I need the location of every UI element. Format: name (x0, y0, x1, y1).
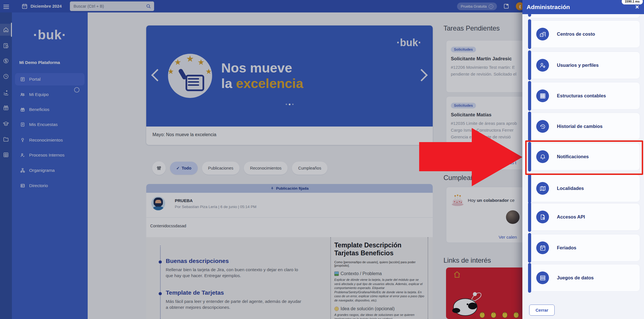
tasks-heading: Tareas Pendientes (443, 24, 500, 32)
drawer-title: Administración (527, 4, 570, 10)
search-input[interactable] (73, 4, 146, 9)
filter-chip-reconocimientos[interactable]: Reconocimientos (244, 162, 288, 175)
avatar (151, 196, 165, 210)
survey-icon (20, 122, 25, 127)
bookmark-panel-icon[interactable] (503, 3, 509, 9)
admin-item-accesos-api[interactable]: Accesos API (528, 203, 640, 231)
drawer-close-button[interactable]: Cerrar (529, 305, 555, 316)
sidebar-item-directorio[interactable]: Directorio (15, 179, 85, 192)
sidebar-item-portal[interactable]: Portal (15, 73, 85, 85)
cake-icon (450, 192, 465, 207)
pinned-banner: Publicación fijada (146, 184, 433, 193)
graduation-cap-icon[interactable] (3, 121, 9, 127)
buk-logo: ·buk· (12, 27, 88, 42)
calendar-icon (21, 3, 28, 9)
history-icon (539, 123, 546, 130)
person-check-icon (20, 153, 25, 158)
hamburger-menu-icon[interactable] (3, 4, 9, 10)
admin-item-juegos-de-datos[interactable]: Juegos de datos (528, 264, 640, 292)
post-title: PRUEBA (175, 198, 193, 203)
filter-chip-todo[interactable]: ✓ Todo (170, 162, 198, 175)
close-icon[interactable]: × (635, 4, 639, 10)
sidebar-item-mis-encuestas[interactable]: Mis Encuestas (15, 118, 85, 131)
carousel-next-icon[interactable] (415, 69, 428, 82)
bulb-icon (334, 307, 339, 311)
task-card[interactable]: Solicitudes Solicitante Martín Jadresic … (446, 40, 532, 93)
database-icon (539, 275, 546, 281)
interest-link-card[interactable] (446, 267, 532, 319)
sliders-icon (156, 165, 162, 171)
banner-buk-logo: ·buk· (397, 37, 421, 49)
birthday-avatar[interactable] (506, 210, 520, 224)
pinned-post-card: Publicación fijada PRUEBA Por Sebastían … (146, 184, 433, 319)
doc-heading: Template de Tarjetas (166, 289, 224, 296)
woodstock-birds (477, 309, 525, 318)
check-icon: ✓ (176, 166, 180, 170)
document-icon (20, 77, 25, 82)
house-icon (452, 270, 462, 279)
clipboard-clock-icon[interactable] (3, 42, 9, 49)
period-selector[interactable]: Diciembre 2024 (31, 4, 62, 8)
search-box (70, 1, 154, 11)
sidebar-item-beneficios[interactable]: Beneficios (15, 103, 85, 116)
admin-item-localidades[interactable]: Localidades (528, 175, 640, 202)
carousel-dots[interactable] (146, 104, 433, 105)
carousel-prev-icon[interactable] (151, 69, 164, 82)
sidebar: ·buk· Mi Demo Plataforma Portal Mi Equip… (12, 12, 88, 319)
sidebar-item-organigrama[interactable]: Organigrama (15, 164, 85, 177)
folder-icon[interactable] (3, 136, 9, 142)
cabinet-icon[interactable] (3, 152, 9, 158)
gift-icon[interactable] (3, 104, 9, 111)
admin-item-centros-de-costo[interactable]: Centros de costo (528, 20, 640, 48)
building-icon (539, 31, 546, 38)
picture-icon (334, 271, 339, 276)
links-heading: Links de interés (443, 256, 491, 264)
bell-icon (539, 153, 546, 160)
banner-slide: ★ ★ ★ ★ ★ Nos mueve la excelencia ·buk· (146, 25, 433, 127)
banner-carousel: ★ ★ ★ ★ ★ Nos mueve la excelencia ·buk· … (146, 25, 433, 145)
filter-chip-cumpleanos[interactable]: Cumpleaños (292, 162, 327, 175)
people-icon (20, 92, 25, 97)
grid-icon (539, 93, 546, 99)
sidebar-item-reconocimientos[interactable]: Reconocimientos (15, 134, 85, 146)
admin-item-historial-de-cambios[interactable]: Historial de cambios (528, 113, 640, 140)
admin-item-feriados[interactable]: Feriados (528, 234, 640, 262)
user-gear-icon (539, 62, 546, 69)
pin-icon (270, 187, 274, 190)
platform-name: Mi Demo Plataforma (19, 60, 60, 65)
admin-item-notificaciones[interactable]: Notificaciones (528, 143, 640, 170)
medal-icon (20, 138, 25, 143)
feed-filters: ✓ Todo Publicaciones Reconocimientos Cum… (152, 161, 328, 175)
doc-template-panel: Template Descripción Tarjetas Beneficios… (330, 237, 428, 319)
banner-caption: Mayo: Nos mueve la excelencia (146, 127, 433, 145)
admin-drawer: Administración × Centros de costo Usuari… (522, 0, 644, 319)
pending-indicator (74, 87, 79, 93)
admin-item-usuarios-y-perfiles[interactable]: Usuarios y perfiles (528, 52, 640, 79)
admin-item-estructuras-contables[interactable]: Estructuras contables (528, 82, 640, 110)
filter-chip-publicaciones[interactable]: Publicaciones (202, 162, 240, 175)
sidebar-item-procesos-internos[interactable]: Procesos Internos (15, 149, 85, 161)
home-icon[interactable] (3, 27, 9, 33)
scrolled-card-sliver (528, 14, 640, 18)
filter-button[interactable] (152, 161, 166, 175)
view-calendar-link[interactable]: Ver calen (499, 235, 517, 240)
doc-body: Más fácil para leer y entender de parte … (166, 298, 301, 310)
org-chart-icon (20, 168, 25, 173)
coin-icon[interactable] (3, 58, 9, 64)
doc-heading: Buenas descripciones (166, 258, 229, 264)
file-gear-icon (539, 214, 546, 220)
banner-headline: Nos mueve la excelencia (221, 60, 303, 91)
birthday-card: Hoy un colaborador ce Ver calen (446, 187, 532, 243)
id-card-icon (20, 183, 25, 188)
trial-badge[interactable]: Prueba Gratuita i (457, 3, 497, 10)
doc-body: Rellenar bien la tarjeta de Jira, con bu… (166, 267, 301, 279)
annotation-arrow (418, 127, 523, 187)
post-content: Contenidocssdasad (150, 224, 186, 228)
gift-icon (20, 107, 25, 112)
status-badge: Solicitudes (451, 103, 476, 108)
search-icon[interactable] (146, 4, 151, 9)
clock-icon[interactable] (3, 73, 9, 80)
performance-tooltip: 1590.1 ms (622, 0, 643, 5)
sidebar-item-mi-equipo[interactable]: Mi Equipo (15, 88, 85, 101)
hand-heart-icon[interactable] (3, 89, 9, 96)
